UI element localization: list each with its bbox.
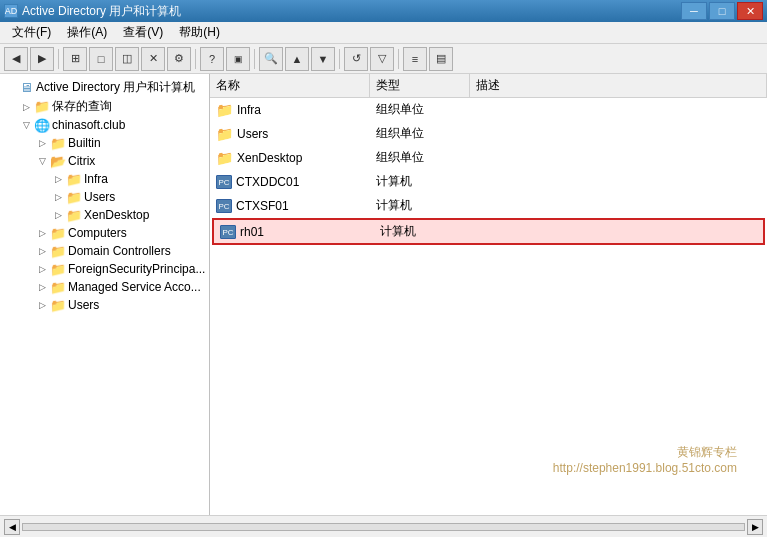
tree-label-citrix-users: Users: [84, 190, 115, 204]
toggle-domain: ▽: [18, 117, 34, 133]
citrix-icon: 📂: [50, 153, 66, 169]
toolbar-sep3: [254, 49, 255, 69]
builtin-icon: 📁: [50, 135, 66, 151]
tree-item-citrix-users[interactable]: ▷ 📁 Users: [0, 188, 209, 206]
window-controls: ─ □ ✕: [681, 2, 763, 20]
toggle-ur: ▷: [34, 297, 50, 313]
tree-item-xendesktop[interactable]: ▷ 📁 XenDesktop: [0, 206, 209, 224]
list-row[interactable]: PC CTXDDC01 计算机: [210, 170, 767, 194]
list-panel: 名称 类型 描述 📁 Infra 组织单位 📁 Users 组织单位 📁: [210, 74, 767, 515]
list-row[interactable]: PC CTXSF01 计算机: [210, 194, 767, 218]
detail-view-button[interactable]: ▤: [429, 47, 453, 71]
view-toggle-button[interactable]: ⊞: [63, 47, 87, 71]
row-desc-ctxddc01: [470, 181, 767, 183]
computers-icon: 📁: [50, 225, 66, 241]
close-button[interactable]: ✕: [737, 2, 763, 20]
tree-item-managed[interactable]: ▷ 📁 Managed Service Acco...: [0, 278, 209, 296]
users-root-icon: 📁: [50, 297, 66, 313]
copy-button[interactable]: □: [89, 47, 113, 71]
toggle-dc: ▷: [34, 243, 50, 259]
saved-icon: 📁: [34, 99, 50, 115]
computer-icon: PC: [220, 225, 236, 239]
tree-item-citrix[interactable]: ▽ 📂 Citrix: [0, 152, 209, 170]
managed-icon: 📁: [50, 279, 66, 295]
tree-item-users-root[interactable]: ▷ 📁 Users: [0, 296, 209, 314]
toolbar-sep5: [398, 49, 399, 69]
list-view-button[interactable]: ≡: [403, 47, 427, 71]
maximize-button[interactable]: □: [709, 2, 735, 20]
toggle-cu: ▷: [50, 189, 66, 205]
tree-item-dc[interactable]: ▷ 📁 Domain Controllers: [0, 242, 209, 260]
column-header: 名称 类型 描述: [210, 74, 767, 98]
delete-button[interactable]: ✕: [141, 47, 165, 71]
toggle-infra: ▷: [50, 171, 66, 187]
tree-label-dc: Domain Controllers: [68, 244, 171, 258]
col-header-name[interactable]: 名称: [210, 74, 370, 97]
row-name-ctxsf01: PC CTXSF01: [210, 198, 370, 214]
col-header-desc[interactable]: 描述: [470, 74, 767, 97]
foreign-icon: 📁: [50, 261, 66, 277]
minimize-button[interactable]: ─: [681, 2, 707, 20]
menu-view[interactable]: 查看(V): [115, 22, 171, 43]
back-button[interactable]: ◀: [4, 47, 28, 71]
tree-label-builtin: Builtin: [68, 136, 101, 150]
tree-label-infra: Infra: [84, 172, 108, 186]
status-bar: ◀ ▶: [0, 515, 767, 537]
tree-label-xendesktop: XenDesktop: [84, 208, 149, 222]
title-bar-left: AD Active Directory 用户和计算机: [4, 3, 181, 20]
scroll-right-button[interactable]: ▶: [747, 519, 763, 535]
row-desc-infra: [470, 109, 767, 111]
search-button[interactable]: 🔍: [259, 47, 283, 71]
tree-item-builtin[interactable]: ▷ 📁 Builtin: [0, 134, 209, 152]
tree-label-saved: 保存的查询: [52, 98, 112, 115]
tree-label-managed: Managed Service Acco...: [68, 280, 201, 294]
toggle-xd: ▷: [50, 207, 66, 223]
toolbar-sep2: [195, 49, 196, 69]
help-button[interactable]: ?: [200, 47, 224, 71]
toggle-builtin: ▷: [34, 135, 50, 151]
horizontal-scrollbar[interactable]: [22, 523, 745, 531]
list-row[interactable]: 📁 XenDesktop 组织单位: [210, 146, 767, 170]
tree-item-foreign[interactable]: ▷ 📁 ForeignSecurityPrincipa...: [0, 260, 209, 278]
tree-item-domain[interactable]: ▽ 🌐 chinasoft.club: [0, 116, 209, 134]
tree-label-foreign: ForeignSecurityPrincipa...: [68, 262, 205, 276]
ou-icon: 📁: [216, 126, 233, 142]
col-header-type[interactable]: 类型: [370, 74, 470, 97]
move-up-button[interactable]: ▲: [285, 47, 309, 71]
tree-item-saved[interactable]: ▷ 📁 保存的查询: [0, 97, 209, 116]
tree-label-root: Active Directory 用户和计算机: [36, 79, 195, 96]
paste-button[interactable]: ◫: [115, 47, 139, 71]
tree-item-infra[interactable]: ▷ 📁 Infra: [0, 170, 209, 188]
domain-icon: 🌐: [34, 117, 50, 133]
move-down-button[interactable]: ▼: [311, 47, 335, 71]
row-type-ctxsf01: 计算机: [370, 196, 470, 215]
tree-item-computers[interactable]: ▷ 📁 Computers: [0, 224, 209, 242]
toolbar-sep1: [58, 49, 59, 69]
main-area: 🖥 Active Directory 用户和计算机 ▷ 📁 保存的查询 ▽ 🌐 …: [0, 74, 767, 515]
computer-icon: PC: [216, 199, 232, 213]
window-title: Active Directory 用户和计算机: [22, 3, 181, 20]
root-icon: 🖥: [18, 80, 34, 96]
list-row-selected[interactable]: PC rh01 计算机: [212, 218, 765, 245]
menu-file[interactable]: 文件(F): [4, 22, 59, 43]
computer-icon: PC: [216, 175, 232, 189]
toggle-root: [2, 80, 18, 96]
row-desc-users: [470, 133, 767, 135]
menu-action[interactable]: 操作(A): [59, 22, 115, 43]
app-icon: AD: [4, 4, 18, 18]
scroll-left-button[interactable]: ◀: [4, 519, 20, 535]
tree-label-citrix: Citrix: [68, 154, 95, 168]
tree-item-root[interactable]: 🖥 Active Directory 用户和计算机: [0, 78, 209, 97]
row-desc-xendesktop: [470, 157, 767, 159]
properties-button[interactable]: ⚙: [167, 47, 191, 71]
filter-button[interactable]: ▽: [370, 47, 394, 71]
refresh-button[interactable]: ↺: [344, 47, 368, 71]
menu-help[interactable]: 帮助(H): [171, 22, 228, 43]
title-bar: AD Active Directory 用户和计算机 ─ □ ✕: [0, 0, 767, 22]
list-row[interactable]: 📁 Infra 组织单位: [210, 98, 767, 122]
list-row[interactable]: 📁 Users 组织单位: [210, 122, 767, 146]
toggle-saved: ▷: [18, 99, 34, 115]
forward-button[interactable]: ▶: [30, 47, 54, 71]
domain-button[interactable]: ▣: [226, 47, 250, 71]
row-name-infra: 📁 Infra: [210, 101, 370, 119]
